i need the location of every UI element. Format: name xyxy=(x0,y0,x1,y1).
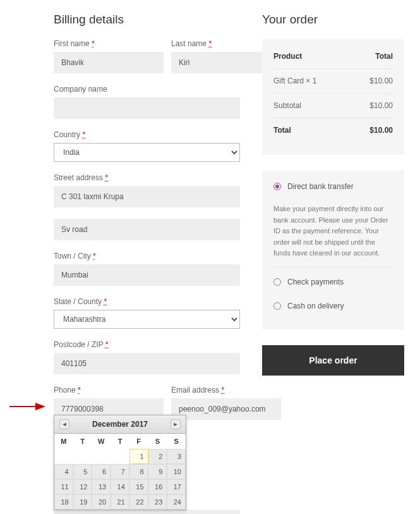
datepicker-day[interactable]: 19 xyxy=(73,494,92,510)
datepicker-day[interactable]: 18 xyxy=(54,494,73,510)
datepicker-empty-cell xyxy=(92,449,111,464)
datepicker-day[interactable]: 6 xyxy=(92,464,111,479)
state-select[interactable]: Maharashtra xyxy=(54,310,240,329)
postcode-input[interactable] xyxy=(54,353,240,374)
datepicker-day[interactable]: 2 xyxy=(148,449,167,464)
order-summary: Product Total Gift Card × 1 $10.00 Subto… xyxy=(262,39,404,155)
datepicker-dow: S xyxy=(167,434,186,449)
order-item-name: Gift Card × 1 xyxy=(273,76,316,85)
street-label: Street address * xyxy=(54,173,240,182)
company-input[interactable] xyxy=(54,97,240,119)
datepicker-day[interactable]: 13 xyxy=(92,479,111,494)
payment-option-check[interactable]: Check payments xyxy=(273,270,393,294)
company-label: Company name xyxy=(54,85,240,94)
datepicker-day[interactable]: 10 xyxy=(167,464,186,479)
datepicker-day[interactable]: 14 xyxy=(111,479,129,494)
street-input-1[interactable] xyxy=(54,186,240,207)
radio-icon xyxy=(273,278,281,286)
place-order-button[interactable]: Place order xyxy=(262,345,404,376)
datepicker-day[interactable]: 1 xyxy=(129,449,148,464)
billing-title: Billing details xyxy=(54,13,240,27)
first-name-label: First name * xyxy=(54,39,164,48)
phone-label: Phone * xyxy=(54,386,164,395)
datepicker-dow: S xyxy=(148,434,167,449)
datepicker-popup: ◄ December 2017 ► MTWTFSS 12345678910111… xyxy=(54,415,186,510)
datepicker-title: December 2017 xyxy=(92,420,148,429)
datepicker-next-button[interactable]: ► xyxy=(171,419,181,429)
radio-icon xyxy=(273,302,281,310)
radio-selected-icon xyxy=(273,183,281,190)
datepicker-empty-cell xyxy=(54,449,73,464)
datepicker-day[interactable]: 20 xyxy=(92,494,111,510)
your-order: Your order Product Total Gift Card × 1 $… xyxy=(262,13,404,514)
order-title: Your order xyxy=(262,13,404,27)
datepicker-dow: T xyxy=(111,434,129,449)
datepicker-day[interactable]: 17 xyxy=(167,479,186,494)
city-input[interactable] xyxy=(54,264,240,286)
order-subtotal-value: $10.00 xyxy=(369,101,393,110)
city-label: Town / City * xyxy=(54,252,240,260)
order-subtotal-label: Subtotal xyxy=(273,101,301,110)
order-item-total: $10.00 xyxy=(369,76,393,85)
datepicker-dow: T xyxy=(73,434,92,449)
datepicker-day[interactable]: 16 xyxy=(148,479,167,494)
datepicker-dow: F xyxy=(129,434,148,449)
first-name-input[interactable] xyxy=(54,52,164,73)
datepicker-day[interactable]: 12 xyxy=(73,479,92,494)
datepicker-day[interactable]: 5 xyxy=(73,464,92,479)
postcode-label: Postcode / ZIP * xyxy=(54,340,240,349)
datepicker-dow: M xyxy=(54,434,73,449)
order-head-total: Total xyxy=(375,52,393,61)
datepicker-empty-cell xyxy=(73,449,92,464)
datepicker-day[interactable]: 4 xyxy=(54,464,73,479)
order-total-value: $10.00 xyxy=(369,126,393,135)
datepicker-empty-cell xyxy=(111,449,129,464)
datepicker-day[interactable]: 24 xyxy=(167,494,186,510)
datepicker-day[interactable]: 8 xyxy=(129,464,148,479)
order-notes-textarea[interactable] xyxy=(54,510,240,514)
datepicker-day[interactable]: 21 xyxy=(111,494,129,510)
country-select[interactable]: India xyxy=(54,143,240,162)
datepicker-day[interactable]: 3 xyxy=(167,449,186,464)
datepicker-day[interactable]: 7 xyxy=(111,464,129,479)
order-total-label: Total xyxy=(273,126,291,135)
order-head-product: Product xyxy=(273,52,302,61)
datepicker-prev-button[interactable]: ◄ xyxy=(59,419,69,429)
datepicker-day[interactable]: 22 xyxy=(129,494,148,510)
payment-option-bank[interactable]: Direct bank transfer xyxy=(273,182,393,199)
state-label: State / County * xyxy=(54,297,240,306)
street-input-2[interactable] xyxy=(54,219,240,240)
datepicker-day[interactable]: 15 xyxy=(129,479,148,494)
datepicker-dow: W xyxy=(92,434,111,449)
country-label: Country * xyxy=(54,130,240,139)
datepicker-day[interactable]: 23 xyxy=(148,494,167,510)
payment-methods: Direct bank transfer Make your payment d… xyxy=(262,171,404,329)
datepicker-day[interactable]: 9 xyxy=(148,464,167,479)
datepicker-day[interactable]: 11 xyxy=(54,479,73,494)
payment-option-cod[interactable]: Cash on delivery xyxy=(273,294,393,318)
payment-bank-desc: Make your payment directly into our bank… xyxy=(273,199,393,267)
arrow-annotation-icon xyxy=(9,401,51,412)
